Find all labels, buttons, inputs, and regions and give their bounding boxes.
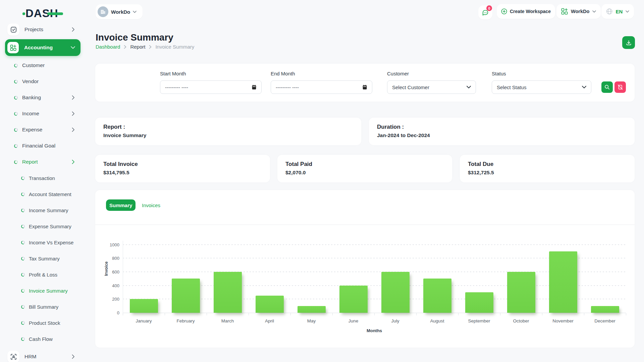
- x-category-label: February: [165, 318, 207, 323]
- create-workspace-button[interactable]: Create Workspace: [497, 4, 555, 19]
- calendar-icon: [362, 85, 367, 90]
- sidebar-item-income-summary[interactable]: Income Summary: [0, 202, 86, 218]
- duration-card-title: Duration :: [377, 124, 404, 130]
- bar-january[interactable]: [130, 299, 158, 313]
- sidebar-item-cash-flow[interactable]: Cash Flow: [0, 331, 86, 347]
- sidebar-item-report[interactable]: Report: [0, 154, 86, 170]
- bar-march[interactable]: [214, 272, 242, 313]
- x-category-label: May: [290, 318, 332, 323]
- bar-december[interactable]: [591, 306, 619, 313]
- chevron-down-icon: [467, 86, 471, 88]
- bar-april[interactable]: [256, 296, 284, 313]
- sidebar-item-product-stock[interactable]: Product Stock: [0, 315, 86, 331]
- sidebar-item-projects[interactable]: Projects: [0, 21, 86, 38]
- end-month-input[interactable]: --------- ----: [271, 80, 372, 94]
- sidebar-item-banking[interactable]: Banking: [0, 89, 86, 106]
- total-invoice-card: Total Invoice $314,795.5: [95, 155, 270, 182]
- workspace-selector[interactable]: WorkDo: [96, 4, 143, 19]
- x-category-label: June: [332, 318, 374, 323]
- sidebar-item-hrm[interactable]: HRM: [0, 349, 86, 362]
- x-tick: [542, 313, 542, 315]
- sidebar-item-tax-summary[interactable]: Tax Summary: [0, 250, 86, 266]
- sidebar-item-financial-goal[interactable]: Financial Goal: [0, 138, 86, 154]
- x-tick: [500, 313, 500, 315]
- total-invoice-label: Total Invoice: [103, 161, 138, 168]
- x-category-label: November: [542, 318, 584, 323]
- y-tick-label: 400: [99, 283, 119, 288]
- language-selector[interactable]: EN: [601, 4, 634, 19]
- chevron-right-icon: [72, 160, 75, 164]
- workdo-menu[interactable]: WorkDo: [556, 4, 601, 19]
- app-logo[interactable]: DASH: [22, 7, 65, 21]
- bar-july[interactable]: [381, 272, 410, 313]
- y-tick-label: 600: [99, 269, 119, 275]
- gridline: [123, 244, 626, 245]
- report-card-title: Report :: [103, 124, 125, 130]
- dot-icon: [21, 288, 25, 293]
- sidebar-item-accounting[interactable]: Accounting: [5, 39, 80, 56]
- duration-card: Duration : Jan-2024 to Dec-2024: [369, 118, 635, 145]
- dot-icon: [21, 320, 25, 325]
- x-axis-title: Months: [361, 328, 388, 333]
- search-icon: [604, 84, 610, 90]
- customer-select[interactable]: Select Customer: [387, 80, 476, 94]
- customer-label: Customer: [387, 71, 409, 76]
- filter-card: Start Month --------- ---- End Month ---…: [95, 64, 635, 102]
- bar-october[interactable]: [507, 272, 535, 313]
- language-label: EN: [615, 9, 623, 14]
- sidebar-item-profit-loss[interactable]: Profit & Loss: [0, 266, 86, 283]
- x-category-label: December: [584, 318, 626, 323]
- notifications-button[interactable]: 0: [478, 5, 492, 19]
- app-root: DASH ProjectsAccountingCustomerVendorBan…: [0, 0, 644, 362]
- y-tick-label: 0: [99, 310, 119, 315]
- sidebar-item-bill-summary[interactable]: Bill Summary: [0, 299, 86, 315]
- bar-may[interactable]: [298, 306, 326, 313]
- sidebar-item-income[interactable]: Income: [0, 106, 86, 122]
- x-tick: [374, 313, 375, 315]
- grid-plus-icon: [7, 42, 19, 53]
- bar-august[interactable]: [423, 279, 451, 313]
- x-category-label: July: [374, 318, 416, 323]
- x-tick: [290, 313, 291, 315]
- chevron-right-icon: [72, 95, 75, 100]
- y-tick-label: 800: [99, 256, 119, 261]
- notification-badge: 0: [486, 5, 492, 11]
- status-select[interactable]: Select Status: [492, 80, 591, 94]
- sidebar-item-customer[interactable]: Customer: [0, 57, 86, 73]
- bar-february[interactable]: [172, 279, 200, 313]
- total-invoice-value: $314,795.5: [103, 170, 129, 176]
- sidebar-item-vendor[interactable]: Vendor: [0, 73, 86, 89]
- total-paid-card: Total Paid $2,070.0: [277, 155, 452, 182]
- total-due-card: Total Due $312,725.5: [460, 155, 635, 182]
- download-icon: [626, 40, 632, 46]
- breadcrumb-report[interactable]: Report: [130, 44, 145, 50]
- dot-icon: [21, 256, 25, 260]
- sidebar-item-income-vs-expense[interactable]: Income Vs Expense: [0, 234, 86, 250]
- download-button[interactable]: [622, 36, 635, 49]
- reset-filter-button[interactable]: [614, 81, 626, 93]
- sidebar-item-invoice-summary[interactable]: Invoice Summary: [0, 283, 86, 299]
- x-tick: [207, 313, 207, 315]
- bar-november[interactable]: [549, 251, 577, 313]
- dot-icon: [14, 111, 18, 116]
- breadcrumb-dashboard[interactable]: Dashboard: [96, 44, 120, 50]
- sidebar-item-transaction[interactable]: Transaction: [0, 170, 86, 186]
- grid-plus-icon: [561, 8, 568, 15]
- duration-card-value: Jan-2024 to Dec-2024: [377, 132, 430, 138]
- x-category-label: October: [500, 318, 542, 323]
- x-tick: [584, 313, 584, 315]
- invoice-bar-chart: 02004006008001000JanuaryFebruaryMarchApr…: [95, 190, 635, 348]
- y-axis-title: Invoice: [104, 261, 109, 276]
- sidebar-item-expense-summary[interactable]: Expense Summary: [0, 218, 86, 234]
- sidebar-item-account-statement[interactable]: Account Statement: [0, 186, 86, 202]
- bar-september[interactable]: [465, 292, 493, 313]
- bar-june[interactable]: [339, 286, 368, 313]
- workspace-avatar: [98, 6, 108, 17]
- reset-icon: [618, 84, 623, 90]
- report-card: Report : Invoice Summary: [95, 118, 361, 145]
- status-label: Status: [492, 71, 506, 76]
- sidebar-item-expense[interactable]: Expense: [0, 122, 86, 138]
- search-button[interactable]: [601, 81, 613, 93]
- start-month-input[interactable]: --------- ----: [160, 80, 262, 94]
- dot-icon: [21, 304, 25, 309]
